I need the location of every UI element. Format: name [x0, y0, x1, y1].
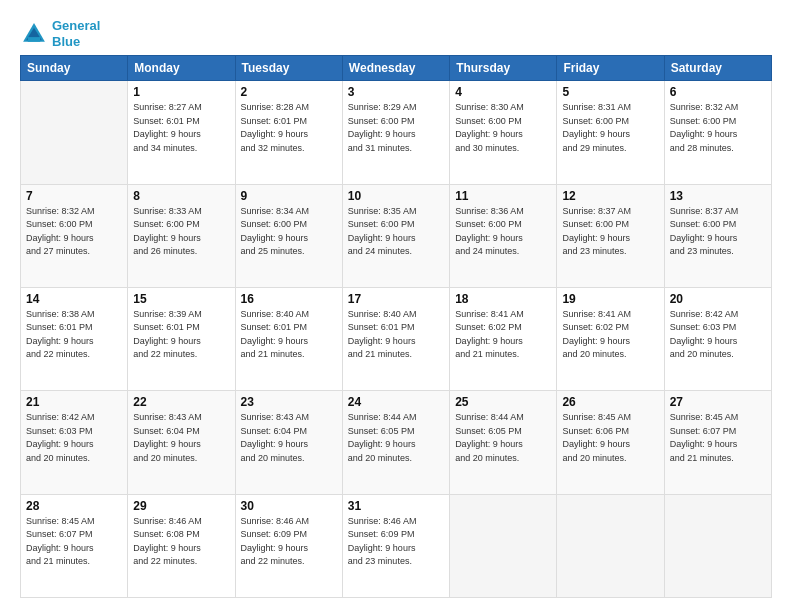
- calendar-cell: 11Sunrise: 8:36 AM Sunset: 6:00 PM Dayli…: [450, 184, 557, 287]
- calendar-cell: [450, 494, 557, 597]
- day-number: 16: [241, 292, 337, 306]
- calendar-cell: [21, 81, 128, 184]
- day-info: Sunrise: 8:41 AM Sunset: 6:02 PM Dayligh…: [562, 308, 658, 362]
- calendar-cell: 27Sunrise: 8:45 AM Sunset: 6:07 PM Dayli…: [664, 391, 771, 494]
- calendar-cell: [557, 494, 664, 597]
- day-info: Sunrise: 8:41 AM Sunset: 6:02 PM Dayligh…: [455, 308, 551, 362]
- logo-line2: Blue: [52, 34, 100, 50]
- day-info: Sunrise: 8:37 AM Sunset: 6:00 PM Dayligh…: [562, 205, 658, 259]
- calendar-cell: 28Sunrise: 8:45 AM Sunset: 6:07 PM Dayli…: [21, 494, 128, 597]
- calendar-cell: 30Sunrise: 8:46 AM Sunset: 6:09 PM Dayli…: [235, 494, 342, 597]
- day-number: 9: [241, 189, 337, 203]
- day-number: 21: [26, 395, 122, 409]
- calendar-cell: 1Sunrise: 8:27 AM Sunset: 6:01 PM Daylig…: [128, 81, 235, 184]
- calendar-cell: 9Sunrise: 8:34 AM Sunset: 6:00 PM Daylig…: [235, 184, 342, 287]
- day-number: 31: [348, 499, 444, 513]
- calendar-cell: 23Sunrise: 8:43 AM Sunset: 6:04 PM Dayli…: [235, 391, 342, 494]
- day-info: Sunrise: 8:45 AM Sunset: 6:07 PM Dayligh…: [26, 515, 122, 569]
- calendar-cell: 6Sunrise: 8:32 AM Sunset: 6:00 PM Daylig…: [664, 81, 771, 184]
- day-info: Sunrise: 8:43 AM Sunset: 6:04 PM Dayligh…: [133, 411, 229, 465]
- day-number: 27: [670, 395, 766, 409]
- day-info: Sunrise: 8:28 AM Sunset: 6:01 PM Dayligh…: [241, 101, 337, 155]
- header: General Blue: [20, 18, 772, 49]
- day-number: 17: [348, 292, 444, 306]
- day-number: 20: [670, 292, 766, 306]
- calendar-cell: 7Sunrise: 8:32 AM Sunset: 6:00 PM Daylig…: [21, 184, 128, 287]
- day-info: Sunrise: 8:31 AM Sunset: 6:00 PM Dayligh…: [562, 101, 658, 155]
- day-number: 3: [348, 85, 444, 99]
- week-row-1: 1Sunrise: 8:27 AM Sunset: 6:01 PM Daylig…: [21, 81, 772, 184]
- day-info: Sunrise: 8:45 AM Sunset: 6:07 PM Dayligh…: [670, 411, 766, 465]
- day-number: 2: [241, 85, 337, 99]
- day-number: 22: [133, 395, 229, 409]
- calendar-cell: 15Sunrise: 8:39 AM Sunset: 6:01 PM Dayli…: [128, 287, 235, 390]
- day-number: 13: [670, 189, 766, 203]
- calendar-cell: 25Sunrise: 8:44 AM Sunset: 6:05 PM Dayli…: [450, 391, 557, 494]
- calendar-cell: 19Sunrise: 8:41 AM Sunset: 6:02 PM Dayli…: [557, 287, 664, 390]
- day-number: 11: [455, 189, 551, 203]
- calendar-cell: 31Sunrise: 8:46 AM Sunset: 6:09 PM Dayli…: [342, 494, 449, 597]
- day-info: Sunrise: 8:44 AM Sunset: 6:05 PM Dayligh…: [348, 411, 444, 465]
- week-row-5: 28Sunrise: 8:45 AM Sunset: 6:07 PM Dayli…: [21, 494, 772, 597]
- day-info: Sunrise: 8:32 AM Sunset: 6:00 PM Dayligh…: [670, 101, 766, 155]
- day-info: Sunrise: 8:34 AM Sunset: 6:00 PM Dayligh…: [241, 205, 337, 259]
- day-number: 4: [455, 85, 551, 99]
- calendar-cell: 3Sunrise: 8:29 AM Sunset: 6:00 PM Daylig…: [342, 81, 449, 184]
- day-header-wednesday: Wednesday: [342, 56, 449, 81]
- day-info: Sunrise: 8:35 AM Sunset: 6:00 PM Dayligh…: [348, 205, 444, 259]
- calendar-cell: 21Sunrise: 8:42 AM Sunset: 6:03 PM Dayli…: [21, 391, 128, 494]
- day-info: Sunrise: 8:36 AM Sunset: 6:00 PM Dayligh…: [455, 205, 551, 259]
- day-number: 10: [348, 189, 444, 203]
- calendar-header-row: SundayMondayTuesdayWednesdayThursdayFrid…: [21, 56, 772, 81]
- day-info: Sunrise: 8:42 AM Sunset: 6:03 PM Dayligh…: [670, 308, 766, 362]
- day-header-tuesday: Tuesday: [235, 56, 342, 81]
- calendar-cell: 20Sunrise: 8:42 AM Sunset: 6:03 PM Dayli…: [664, 287, 771, 390]
- logo: General Blue: [20, 18, 100, 49]
- logo-text: General Blue: [52, 18, 100, 49]
- day-info: Sunrise: 8:46 AM Sunset: 6:09 PM Dayligh…: [241, 515, 337, 569]
- week-row-2: 7Sunrise: 8:32 AM Sunset: 6:00 PM Daylig…: [21, 184, 772, 287]
- logo-line1: General: [52, 18, 100, 34]
- calendar-cell: 2Sunrise: 8:28 AM Sunset: 6:01 PM Daylig…: [235, 81, 342, 184]
- day-number: 15: [133, 292, 229, 306]
- day-info: Sunrise: 8:30 AM Sunset: 6:00 PM Dayligh…: [455, 101, 551, 155]
- calendar-cell: 26Sunrise: 8:45 AM Sunset: 6:06 PM Dayli…: [557, 391, 664, 494]
- day-info: Sunrise: 8:27 AM Sunset: 6:01 PM Dayligh…: [133, 101, 229, 155]
- day-info: Sunrise: 8:32 AM Sunset: 6:00 PM Dayligh…: [26, 205, 122, 259]
- day-header-sunday: Sunday: [21, 56, 128, 81]
- day-info: Sunrise: 8:29 AM Sunset: 6:00 PM Dayligh…: [348, 101, 444, 155]
- day-number: 7: [26, 189, 122, 203]
- day-info: Sunrise: 8:46 AM Sunset: 6:08 PM Dayligh…: [133, 515, 229, 569]
- day-number: 14: [26, 292, 122, 306]
- day-number: 6: [670, 85, 766, 99]
- day-number: 18: [455, 292, 551, 306]
- week-row-4: 21Sunrise: 8:42 AM Sunset: 6:03 PM Dayli…: [21, 391, 772, 494]
- calendar-cell: 5Sunrise: 8:31 AM Sunset: 6:00 PM Daylig…: [557, 81, 664, 184]
- day-info: Sunrise: 8:37 AM Sunset: 6:00 PM Dayligh…: [670, 205, 766, 259]
- day-header-friday: Friday: [557, 56, 664, 81]
- day-number: 8: [133, 189, 229, 203]
- day-info: Sunrise: 8:33 AM Sunset: 6:00 PM Dayligh…: [133, 205, 229, 259]
- day-number: 29: [133, 499, 229, 513]
- day-info: Sunrise: 8:43 AM Sunset: 6:04 PM Dayligh…: [241, 411, 337, 465]
- day-info: Sunrise: 8:46 AM Sunset: 6:09 PM Dayligh…: [348, 515, 444, 569]
- day-number: 24: [348, 395, 444, 409]
- calendar-cell: 8Sunrise: 8:33 AM Sunset: 6:00 PM Daylig…: [128, 184, 235, 287]
- calendar-cell: 10Sunrise: 8:35 AM Sunset: 6:00 PM Dayli…: [342, 184, 449, 287]
- calendar-cell: 18Sunrise: 8:41 AM Sunset: 6:02 PM Dayli…: [450, 287, 557, 390]
- day-info: Sunrise: 8:40 AM Sunset: 6:01 PM Dayligh…: [241, 308, 337, 362]
- day-number: 19: [562, 292, 658, 306]
- day-number: 30: [241, 499, 337, 513]
- calendar-table: SundayMondayTuesdayWednesdayThursdayFrid…: [20, 55, 772, 598]
- day-number: 26: [562, 395, 658, 409]
- day-info: Sunrise: 8:39 AM Sunset: 6:01 PM Dayligh…: [133, 308, 229, 362]
- logo-icon: [20, 20, 48, 48]
- day-header-thursday: Thursday: [450, 56, 557, 81]
- calendar-cell: 29Sunrise: 8:46 AM Sunset: 6:08 PM Dayli…: [128, 494, 235, 597]
- day-header-saturday: Saturday: [664, 56, 771, 81]
- day-number: 12: [562, 189, 658, 203]
- day-info: Sunrise: 8:45 AM Sunset: 6:06 PM Dayligh…: [562, 411, 658, 465]
- day-number: 28: [26, 499, 122, 513]
- day-info: Sunrise: 8:42 AM Sunset: 6:03 PM Dayligh…: [26, 411, 122, 465]
- day-number: 1: [133, 85, 229, 99]
